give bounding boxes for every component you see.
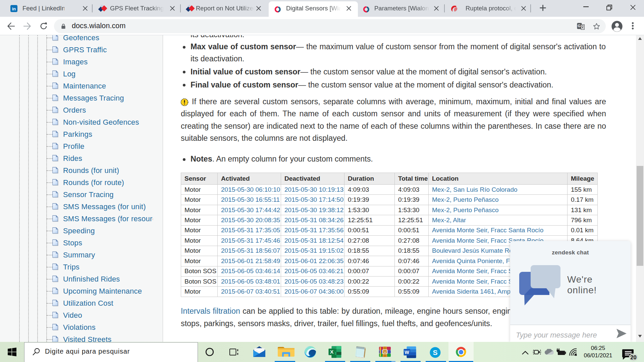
svg-text:X: X [330,349,334,355]
svg-text:in: in [12,6,16,11]
svg-text:20: 20 [630,354,636,360]
svg-text:G: G [578,24,581,28]
svg-text:S: S [433,349,437,356]
svg-text:W: W [405,350,409,355]
